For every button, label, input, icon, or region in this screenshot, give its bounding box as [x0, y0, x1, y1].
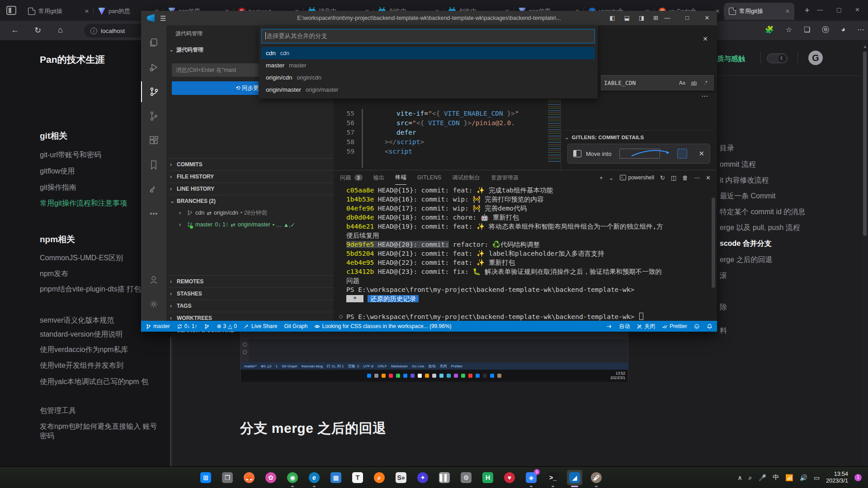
close-icon[interactable]: ✕ [703, 35, 708, 42]
sidebar-item[interactable]: 使用vite开发组件并发布到 [40, 361, 163, 370]
sidebar-item[interactable]: 使用verdaccio作为npm私库 [40, 345, 163, 354]
toc-item[interactable]: 除 [720, 303, 727, 312]
browser-tab[interactable]: 常用git操✕ [24, 3, 94, 20]
browser-maximize-button[interactable]: ▢ [836, 6, 842, 13]
more-actions-icon[interactable]: ⋯ [701, 92, 708, 100]
taskbar-app-database-app[interactable]: ▌▌ [437, 470, 452, 485]
status-branch[interactable] [204, 324, 210, 329]
tab-close-icon[interactable]: ✕ [784, 8, 791, 14]
sidebar-item[interactable]: 发布npm包时如何避免直接输入 账号密码 [40, 422, 163, 441]
more-icon[interactable]: ⋯ [694, 174, 700, 181]
taskbar-app-blue-knot-app[interactable]: ✦ [415, 470, 430, 485]
status-master[interactable]: master [146, 323, 170, 329]
toc-item[interactable]: 目录 [720, 144, 734, 153]
home-icon[interactable]: ⌂ [58, 25, 63, 35]
more-icon[interactable] [141, 203, 166, 224]
taskbar-app-terminal[interactable]: >_ [545, 470, 561, 485]
status-自动[interactable]: 自动 [619, 323, 630, 330]
new-tab-button[interactable]: + [805, 6, 810, 15]
taskbar-app-typora[interactable]: T [350, 470, 365, 485]
terminal[interactable]: c05aa8e HEAD@{15}: commit: feat: ✨ 完成tab… [346, 186, 708, 319]
taskbar-app-snipaste[interactable]: S» [393, 470, 409, 485]
battery-icon[interactable]: ▭ [814, 474, 820, 481]
panel-tab-终端[interactable]: 终端 [395, 170, 406, 185]
status-关闭[interactable]: 关闭 [637, 323, 655, 330]
status-live-share[interactable]: Live Share [244, 323, 277, 329]
taskbar-app-map-pin-app[interactable]: ◈1 [524, 470, 539, 485]
wifi-icon[interactable]: 📶 [785, 474, 793, 481]
layout-icon[interactable]: ⬓ [624, 14, 630, 21]
close-icon[interactable]: ✕ [706, 174, 711, 181]
panel-tab-输出[interactable]: 输出 [373, 170, 385, 185]
vscode-minimize-button[interactable]: — [657, 11, 677, 25]
panel-tab-资源管理器[interactable]: 资源管理器 [491, 170, 519, 185]
run-debug-icon[interactable] [141, 57, 166, 78]
taskbar-app-utools[interactable]: ⌕ [372, 470, 387, 485]
layout-icon[interactable]: ◧ [609, 14, 615, 21]
panel-tab-调试控制台[interactable]: 调试控制台 [452, 170, 480, 185]
accounts-icon[interactable] [141, 269, 166, 290]
terminal-scrollbar[interactable] [712, 197, 715, 288]
dismiss-hint-icon[interactable]: ✕ [698, 150, 704, 158]
browser-tab[interactable]: 常用git操✕ [724, 3, 794, 20]
status-arrow[interactable] [606, 324, 612, 329]
back-icon[interactable]: ← [11, 25, 19, 35]
site-title[interactable]: Pan的技术生涯 [40, 53, 105, 66]
gitlens-section-branches-[interactable]: ⌄BRANCHES (2) [166, 195, 334, 207]
tab-actions-icon[interactable] [6, 6, 16, 15]
quickpick-item-origin-cdn[interactable]: origin/cdnorigin/cdn [261, 71, 595, 84]
toc-item[interactable]: ommit 流程 [720, 160, 756, 169]
nav-link[interactable]: 质与感触 [717, 54, 745, 64]
collections-icon[interactable]: ❏ [804, 25, 810, 35]
sidebar-item[interactable]: 包管理工具 [40, 406, 163, 415]
taskbar-app-hbuilder[interactable]: H [480, 470, 495, 485]
whole-word-icon[interactable]: ab [689, 78, 699, 88]
quickpick-item-cdn[interactable]: cdncdn [261, 47, 595, 59]
taskbar-app-edge[interactable]: e [307, 470, 322, 485]
favorites-star-icon[interactable]: ☆ [786, 25, 792, 35]
regex-icon[interactable]: .* [701, 78, 711, 88]
utools-tray-icon[interactable]: ⌕ [749, 474, 752, 482]
status-looking-for-css-classes-in-the-workspace-99-96-[interactable]: Looking for CSS classes in the workspace… [314, 323, 451, 329]
shell-powershell-item[interactable]: >_powershell [620, 174, 654, 181]
taskbar-app-settings-gear[interactable]: ⚙ [458, 470, 474, 485]
bookmarks-icon[interactable] [141, 155, 166, 175]
notification-badge[interactable]: 1 [854, 474, 862, 481]
toc-item[interactable]: 最近一条 Commit [720, 192, 776, 201]
extensions-puzzle-icon[interactable]: 🧩 [765, 25, 774, 35]
gitlens-section-file-history[interactable]: ›FILE HISTORY [166, 170, 334, 183]
gitlens-section-line-history[interactable]: ›LINE HISTORY [166, 183, 334, 195]
toc-item[interactable]: 特定某个 commit id 的消息 [720, 207, 805, 217]
status-3[interactable]: ⊗3△0 [217, 323, 237, 329]
taskbar-app-start[interactable]: ⊞ [198, 470, 213, 485]
panel-tab-问题[interactable]: 问题3 [340, 170, 363, 185]
more-icon[interactable]: ⋯ [857, 25, 864, 35]
volume-icon[interactable]: 🔊 [800, 474, 807, 481]
quickpick-item-origin-master[interactable]: origin/masterorigin/master [261, 84, 595, 96]
edge-e-icon[interactable]: ⓔ [822, 25, 829, 35]
trash-icon[interactable]: 🗑 [682, 174, 688, 181]
taskbar-app-chrome[interactable]: ◉ [285, 470, 300, 485]
hidden-icons-chevron-icon[interactable]: ∧ [738, 474, 742, 481]
toc-item[interactable]: erge 之后的回退 [720, 255, 772, 265]
gitlens-section-commits[interactable]: ›COMMITS [166, 158, 334, 170]
theme-toggle[interactable]: ☾ [767, 53, 788, 63]
source-control-icon[interactable] [141, 81, 166, 102]
site-info-icon[interactable]: i [90, 28, 97, 34]
scrollbar-thumb[interactable] [863, 52, 867, 236]
tab-close-icon[interactable]: ✕ [84, 8, 90, 14]
branch-row-cdn[interactable]: ›cdn⇄origin/cdn• 28分钟前 [166, 207, 334, 219]
refresh-icon[interactable]: ↻ [34, 25, 41, 35]
sidebar-item[interactable]: 使用yalc本地调试自己写的npm 包 [40, 377, 163, 386]
quickpick-input[interactable]: 选择要从其合并的分支 [261, 29, 595, 43]
taskbar-app-blue-grid-app[interactable]: ▦ [328, 470, 344, 485]
status-prettier[interactable]: Prettier [662, 323, 687, 329]
microphone-icon[interactable]: 🎤 [759, 474, 766, 481]
explorer-icon[interactable] [141, 33, 166, 53]
layout-icon[interactable]: ◨ [639, 14, 644, 21]
toc-item[interactable]: erge 以及 pull, push 流程 [720, 223, 800, 233]
taskbar-app-task-view[interactable]: ❐ [220, 470, 235, 485]
status-git-graph[interactable]: Git Graph [284, 323, 307, 329]
find-input[interactable]: IABLE_CDN [604, 80, 675, 86]
vscode-close-button[interactable]: ✕ [697, 11, 717, 25]
